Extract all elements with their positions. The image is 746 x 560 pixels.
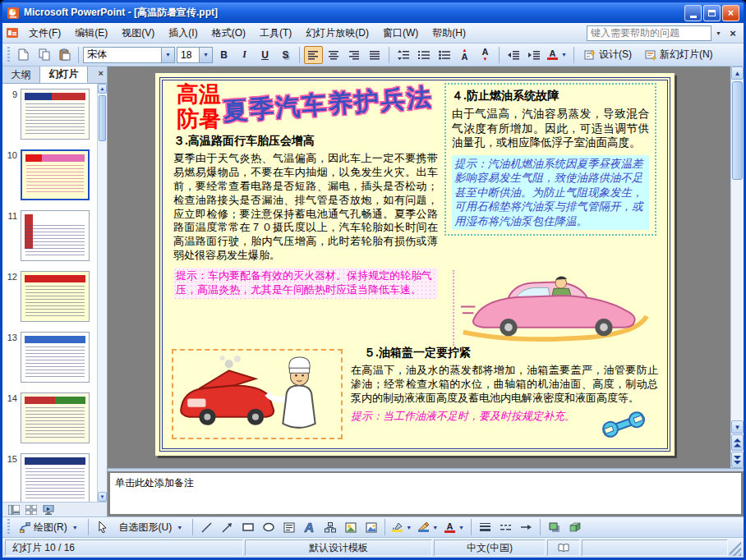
slide-title-text[interactable]: 高温 防暑 xyxy=(173,83,224,131)
menu-tools[interactable]: 工具(T) xyxy=(253,24,298,43)
banner-wordart[interactable]: 夏季汽车养护兵法 xyxy=(222,80,434,129)
panel-close-icon[interactable]: × xyxy=(88,67,107,83)
scroll-up-icon[interactable]: ▲ xyxy=(98,84,107,94)
scroll-down-icon[interactable]: ▼ xyxy=(98,492,107,502)
toolbar-grip[interactable] xyxy=(7,47,11,63)
document-close-button[interactable]: × xyxy=(725,25,740,40)
slide-thumbnail-11[interactable] xyxy=(21,210,90,261)
wrench-illustration[interactable] xyxy=(601,406,647,443)
car-repair-illustration[interactable] xyxy=(172,349,343,439)
help-dropdown-icon[interactable]: ▼ xyxy=(712,25,725,41)
new-slide-file-button[interactable] xyxy=(14,46,33,64)
line-style-button[interactable] xyxy=(476,518,495,536)
section3-textbox[interactable]: ３.高温路面行车胎压会增高 夏季由于天气炎热、气温偏高，因此车上一定不要携带易燃… xyxy=(173,134,438,299)
document-icon[interactable] xyxy=(6,26,19,39)
scroll-up-icon[interactable]: ▲ xyxy=(731,67,744,80)
scroll-down-icon[interactable]: ▼ xyxy=(731,420,744,434)
align-center-button[interactable] xyxy=(325,46,343,64)
next-slide-button[interactable] xyxy=(731,452,744,468)
line-spacing-button[interactable] xyxy=(394,46,412,64)
oval-tool-button[interactable] xyxy=(259,518,278,536)
shadow-style-button[interactable] xyxy=(545,518,564,536)
justify-button[interactable] xyxy=(366,46,385,64)
menu-window[interactable]: 窗口(W) xyxy=(376,24,425,43)
decrease-font-size-button[interactable]: A▼ xyxy=(476,46,495,64)
align-left-button[interactable] xyxy=(304,46,323,64)
notes-splitter[interactable] xyxy=(108,468,744,471)
dash-style-button[interactable] xyxy=(496,518,515,536)
slide-number: 14 xyxy=(4,392,21,443)
previous-slide-button[interactable] xyxy=(731,434,744,451)
section4-textbox[interactable]: ４.防止燃油系统故障 由于气温高，汽油容易蒸发，导致混合气浓度有所增加。因此，可… xyxy=(444,83,656,236)
insert-picture-button[interactable] xyxy=(361,518,380,536)
decrease-indent-button[interactable] xyxy=(504,46,523,64)
menu-format[interactable]: 格式(O) xyxy=(205,24,252,43)
bullet-list-button[interactable] xyxy=(435,46,454,64)
chevron-down-icon[interactable]: ▼ xyxy=(199,48,212,62)
bold-button[interactable]: B xyxy=(214,46,233,64)
font-size-combobox[interactable]: 18 ▼ xyxy=(177,47,213,63)
underline-button[interactable]: U xyxy=(256,46,274,64)
increase-indent-button[interactable] xyxy=(524,46,543,64)
menu-slideshow[interactable]: 幻灯片放映(D) xyxy=(299,24,375,43)
normal-view-button[interactable] xyxy=(7,504,21,516)
help-question-input[interactable] xyxy=(587,25,711,41)
slideshow-view-button[interactable] xyxy=(41,504,56,516)
menu-help[interactable]: 帮助(H) xyxy=(426,24,472,43)
window-resize-grip[interactable] xyxy=(730,539,741,556)
font-color-button[interactable]: A ▼ xyxy=(545,46,569,64)
three-d-style-button[interactable] xyxy=(565,518,584,536)
slide-thumbnail-12[interactable] xyxy=(21,271,90,322)
arrow-tool-button[interactable] xyxy=(218,518,237,536)
text-box-button[interactable] xyxy=(279,518,298,536)
line-color-button[interactable]: ▼ xyxy=(416,518,440,536)
font-color-button[interactable]: A ▼ xyxy=(442,518,467,536)
numbered-list-button[interactable] xyxy=(414,46,433,64)
font-name-combobox[interactable]: 宋体 ▼ xyxy=(83,47,175,63)
paste-button[interactable] xyxy=(55,46,74,64)
slide-thumbnail-9[interactable] xyxy=(21,89,90,140)
arrow-style-button[interactable] xyxy=(517,518,536,536)
new-slide-button[interactable]: 新幻灯片(N) xyxy=(639,46,719,64)
slide-thumbnail-14[interactable] xyxy=(21,392,90,443)
menu-edit[interactable]: 编辑(E) xyxy=(68,24,114,43)
slide-thumbnail-10-selected[interactable] xyxy=(21,149,90,200)
slide-design-button[interactable]: 设计(S) xyxy=(578,46,638,64)
notes-pane[interactable]: 单击此处添加备注 xyxy=(109,472,742,515)
tab-outline[interactable]: 大纲 xyxy=(2,67,40,83)
slide-10[interactable]: 高温 防暑 夏季汽车养护兵法 ３.高温路面行车胎压会增高 夏季由于天气炎热、气温… xyxy=(155,73,675,456)
slide-sorter-view-button[interactable] xyxy=(24,504,39,516)
maximize-button[interactable] xyxy=(703,5,721,21)
rectangle-tool-button[interactable] xyxy=(238,518,257,536)
chevron-down-icon[interactable]: ▼ xyxy=(161,48,174,62)
slide-thumbnail-13[interactable] xyxy=(21,332,90,383)
fill-color-button[interactable]: ▼ xyxy=(389,518,414,536)
text-shadow-button[interactable]: S xyxy=(276,46,295,64)
clip-art-button[interactable] xyxy=(341,518,360,536)
draw-menu-button[interactable]: 绘图(R) ▼ xyxy=(14,518,84,536)
align-right-button[interactable] xyxy=(345,46,364,64)
panel-scroll-thumb[interactable] xyxy=(99,95,106,141)
tab-slides[interactable]: 幻灯片 xyxy=(40,67,88,83)
menu-view[interactable]: 视图(V) xyxy=(115,24,161,43)
line-tool-button[interactable] xyxy=(197,518,216,536)
diagram-button[interactable] xyxy=(320,518,339,536)
close-button[interactable]: × xyxy=(722,5,739,21)
italic-button[interactable]: I xyxy=(235,46,254,64)
panel-scroll-track[interactable] xyxy=(98,94,107,492)
scroll-track[interactable] xyxy=(731,80,744,420)
autoshapes-button[interactable]: 自选图形(U) ▼ xyxy=(113,518,189,536)
panel-scrollbar[interactable]: ▲ ▼ xyxy=(97,84,107,502)
wordart-button[interactable] xyxy=(300,518,319,536)
slide-thumbnail-15[interactable] xyxy=(21,453,90,502)
increase-font-size-button[interactable]: ▲A xyxy=(455,46,474,64)
toolbar-grip[interactable] xyxy=(7,519,11,535)
minimize-button[interactable] xyxy=(684,5,702,21)
select-pointer-button[interactable] xyxy=(93,518,112,536)
scroll-thumb[interactable] xyxy=(732,81,743,180)
menu-file[interactable]: 文件(F) xyxy=(22,24,67,43)
menu-insert[interactable]: 插入(I) xyxy=(162,24,204,43)
pink-car-illustration[interactable] xyxy=(453,270,650,346)
copy-button[interactable] xyxy=(35,46,53,64)
vertical-scrollbar[interactable]: ▲ ▼ xyxy=(730,67,744,468)
